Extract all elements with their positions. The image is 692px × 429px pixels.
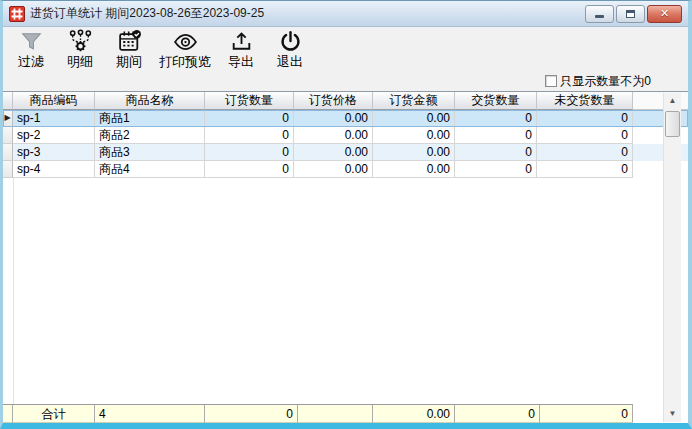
export-icon [229,29,254,54]
table-row[interactable]: sp-4 商品4 0 0.00 0.00 0 0 [3,161,688,178]
cell-order-amount: 0.00 [373,161,455,178]
grid-header: 商品编码 商品名称 订货数量 订货价格 订货金额 交货数量 未交货数量 [3,92,688,110]
cell-order-price: 0.00 [294,161,373,178]
cell-order-qty: 0 [205,127,294,144]
row-indicator [3,144,13,161]
cell-order-price: 0.00 [294,144,373,161]
total-delivered-qty: 0 [455,405,540,423]
filter-button[interactable]: 过滤 [9,28,53,69]
indicator-column-line [13,178,14,404]
nonzero-filter-label: 只显示数量不为0 [560,73,651,90]
total-label: 合计 [13,405,95,423]
total-undelivered-qty: 0 [540,405,633,423]
cell-order-price: 0.00 [294,127,373,144]
totals-row: 合计 4 0 0.00 0 0 [3,404,633,423]
cell-product-code: sp-1 [13,110,95,127]
tool-label: 期间 [116,54,142,69]
header-product-name[interactable]: 商品名称 [95,92,205,110]
tool-label: 打印预览 [159,54,211,69]
table-row[interactable]: sp-2 商品2 0 0.00 0.00 0 0 [3,127,688,144]
header-delivered-qty[interactable]: 交货数量 [455,92,537,110]
header-indicator [3,92,13,110]
cell-delivered-qty: 0 [455,161,537,178]
cell-product-code: sp-4 [13,161,95,178]
cell-delivered-qty: 0 [455,144,537,161]
cell-undelivered-qty: 0 [537,110,633,127]
nonzero-filter-checkbox[interactable] [545,75,557,87]
app-window: 进货订单统计 期间2023-08-26至2023-09-25 ✕ 过滤 明细 [0,0,692,429]
period-calendar-icon [117,29,142,54]
maximize-button[interactable] [616,5,645,23]
minimize-button[interactable] [585,5,614,23]
close-button[interactable]: ✕ [647,5,682,23]
detail-button[interactable]: 明细 [58,28,102,69]
cell-order-price: 0.00 [294,110,373,127]
header-undelivered-qty[interactable]: 未交货数量 [537,92,633,110]
cell-delivered-qty: 0 [455,127,537,144]
tool-label: 过滤 [18,54,44,69]
cell-product-name: 商品4 [95,161,205,178]
header-order-amount[interactable]: 订货金额 [373,92,455,110]
cell-order-amount: 0.00 [373,127,455,144]
vertical-scrollbar[interactable]: ▲ ▼ [663,93,681,422]
cell-undelivered-qty: 0 [537,161,633,178]
total-order-qty: 0 [205,405,298,423]
window-controls: ✕ [585,5,684,23]
window-title: 进货订单统计 期间2023-08-26至2023-09-25 [30,5,264,22]
row-indicator [3,161,13,178]
app-logo-icon [9,6,25,22]
cell-product-name: 商品3 [95,144,205,161]
scroll-down-icon: ▼ [669,410,677,418]
tool-label: 导出 [228,54,254,69]
total-order-price [298,405,373,423]
tool-label: 退出 [277,54,303,69]
table-row[interactable]: sp-3 商品3 0 0.00 0.00 0 0 [3,144,688,161]
filter-icon [19,29,44,54]
cell-product-code: sp-3 [13,144,95,161]
cell-product-code: sp-2 [13,127,95,144]
cell-order-qty: 0 [205,144,294,161]
scroll-up-icon: ▲ [669,97,677,105]
cell-undelivered-qty: 0 [537,127,633,144]
total-order-amount: 0.00 [373,405,455,423]
close-icon: ✕ [660,8,669,19]
exit-power-icon [278,29,303,54]
print-preview-eye-icon [173,29,198,54]
total-row-count: 4 [95,405,205,423]
export-button[interactable]: 导出 [219,28,263,69]
cell-order-qty: 0 [205,161,294,178]
minimize-icon [595,15,604,18]
table-row[interactable]: ▶ sp-1 商品1 0 0.00 0.00 0 0 [3,110,688,127]
titlebar[interactable]: 进货订单统计 期间2023-08-26至2023-09-25 ✕ [3,1,688,27]
cell-order-qty: 0 [205,110,294,127]
scroll-up-button[interactable]: ▲ [664,93,681,109]
row-indicator [3,127,13,144]
scroll-down-button[interactable]: ▼ [664,406,681,422]
cell-delivered-qty: 0 [455,110,537,127]
total-indicator [3,405,13,423]
period-button[interactable]: 期间 [107,28,151,69]
cell-undelivered-qty: 0 [537,144,633,161]
row-indicator: ▶ [3,110,13,127]
header-product-code[interactable]: 商品编码 [13,92,95,110]
cell-product-name: 商品2 [95,127,205,144]
cell-order-amount: 0.00 [373,144,455,161]
header-order-qty[interactable]: 订货数量 [205,92,294,110]
cell-order-amount: 0.00 [373,110,455,127]
print-preview-button[interactable]: 打印预览 [156,28,214,69]
detail-icon [68,29,93,54]
options-row: 只显示数量不为0 [3,71,688,91]
header-order-price[interactable]: 订货价格 [294,92,373,110]
maximize-icon [626,10,635,18]
data-grid: 商品编码 商品名称 订货数量 订货价格 订货金额 交货数量 未交货数量 ▶ sp… [3,91,688,423]
toolbar: 过滤 明细 期间 [3,27,688,71]
scrollbar-thumb[interactable] [665,111,680,137]
exit-button[interactable]: 退出 [268,28,312,69]
cell-product-name: 商品1 [95,110,205,127]
tool-label: 明细 [67,54,93,69]
